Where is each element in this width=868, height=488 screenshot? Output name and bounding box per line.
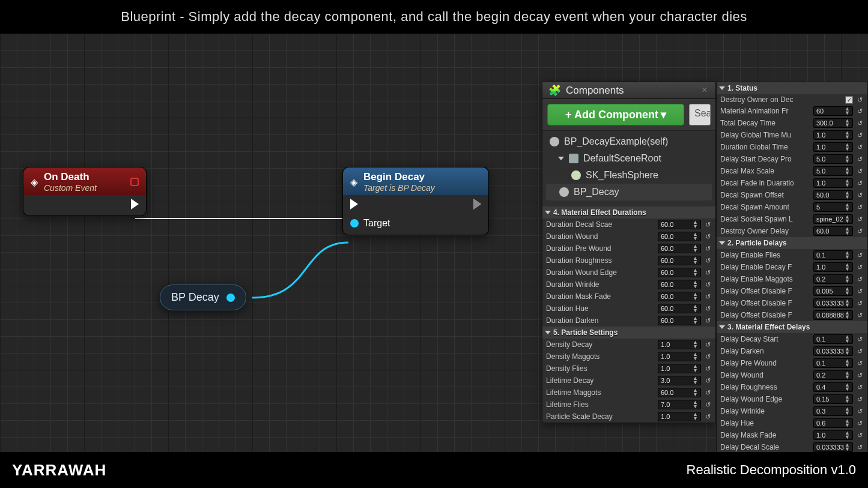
component-item[interactable]: SK_FleshSphere: [546, 167, 712, 184]
number-field[interactable]: 5▲▼: [813, 202, 853, 212]
number-field[interactable]: 7.0▲▼: [658, 400, 701, 409]
component-item[interactable]: BP_DecayExample(self): [546, 133, 712, 150]
reset-icon[interactable]: ↺: [855, 191, 864, 199]
reset-icon[interactable]: ↺: [855, 227, 864, 235]
number-field[interactable]: 60.0▲▼: [658, 220, 701, 229]
number-field[interactable]: 60▲▼: [813, 106, 853, 116]
number-field[interactable]: 1.0▲▼: [813, 142, 853, 152]
number-field[interactable]: 1.0▲▼: [813, 262, 853, 272]
number-field[interactable]: 1.0▲▼: [813, 430, 853, 440]
reset-icon[interactable]: ↺: [855, 131, 864, 139]
reset-icon[interactable]: ↺: [855, 407, 864, 415]
number-field[interactable]: 60.0▲▼: [658, 244, 701, 253]
expand-icon[interactable]: [558, 157, 564, 160]
reset-icon[interactable]: ↺: [855, 395, 864, 403]
spinner-icon[interactable]: ▲▼: [693, 316, 698, 325]
number-field[interactable]: 0.033333▲▼: [813, 298, 853, 308]
reset-icon[interactable]: ↺: [855, 215, 864, 223]
expand-icon[interactable]: [545, 331, 551, 334]
spinner-icon[interactable]: ▲▼: [693, 244, 698, 253]
node-variable-bp-decay[interactable]: BP Decay: [160, 285, 246, 310]
number-field[interactable]: 60.0▲▼: [658, 304, 701, 313]
reset-icon[interactable]: ↺: [703, 316, 712, 325]
reset-icon[interactable]: ↺: [703, 304, 712, 313]
spinner-icon[interactable]: ▲▼: [693, 412, 698, 421]
spinner-icon[interactable]: ▲▼: [845, 179, 850, 187]
search-input[interactable]: Sea: [689, 104, 711, 125]
exec-out-pin[interactable]: [131, 199, 139, 209]
spinner-icon[interactable]: ▲▼: [693, 340, 698, 349]
reset-icon[interactable]: ↺: [703, 256, 712, 265]
spinner-icon[interactable]: ▲▼: [693, 400, 698, 409]
number-field[interactable]: 0.1▲▼: [813, 334, 853, 344]
expand-icon[interactable]: [719, 325, 725, 329]
number-field[interactable]: 60.0▲▼: [658, 232, 701, 241]
reset-icon[interactable]: ↺: [855, 251, 864, 259]
spinner-icon[interactable]: ▲▼: [693, 292, 698, 301]
spinner-icon[interactable]: ▲▼: [845, 227, 850, 235]
spinner-icon[interactable]: ▲▼: [845, 263, 850, 271]
spinner-icon[interactable]: ▲▼: [845, 407, 850, 415]
reset-icon[interactable]: ↺: [855, 371, 864, 379]
spinner-icon[interactable]: ▲▼: [845, 251, 850, 259]
component-item[interactable]: DefaultSceneRoot: [546, 150, 712, 167]
number-field[interactable]: 50.0▲▼: [813, 190, 853, 200]
number-field[interactable]: 0.2▲▼: [813, 274, 853, 284]
category-header[interactable]: 2. Particle Delays: [717, 237, 867, 249]
spinner-icon[interactable]: ▲▼: [693, 220, 698, 229]
expand-icon[interactable]: [719, 241, 725, 245]
reset-icon[interactable]: ↺: [703, 292, 712, 301]
close-icon[interactable]: ×: [700, 86, 709, 95]
node-begin-decay[interactable]: ◈ Begin Decay Target is BP Decay Target: [342, 167, 489, 235]
reset-icon[interactable]: ↺: [703, 376, 712, 385]
reset-icon[interactable]: ↺: [855, 263, 864, 271]
number-field[interactable]: 3.0▲▼: [658, 376, 701, 385]
reset-icon[interactable]: ↺: [703, 280, 712, 289]
number-field[interactable]: 60.0▲▼: [813, 226, 853, 236]
reset-icon[interactable]: ↺: [855, 335, 864, 343]
number-field[interactable]: 0.033333▲▼: [813, 346, 853, 356]
reset-icon[interactable]: ↺: [855, 155, 864, 163]
spinner-icon[interactable]: ▲▼: [845, 359, 850, 367]
number-field[interactable]: 1.0▲▼: [813, 130, 853, 140]
components-panel[interactable]: 🧩 Components × + Add Component ▾ Sea BP_…: [542, 82, 716, 423]
number-field[interactable]: 0.1▲▼: [813, 358, 853, 368]
spinner-icon[interactable]: ▲▼: [845, 143, 850, 151]
reset-icon[interactable]: ↺: [703, 268, 712, 277]
reset-icon[interactable]: ↺: [855, 275, 864, 283]
reset-icon[interactable]: ↺: [703, 364, 712, 373]
spinner-icon[interactable]: ▲▼: [693, 280, 698, 289]
number-field[interactable]: 0.15▲▼: [813, 394, 853, 404]
category-header[interactable]: 4. Material Effect Durations: [542, 206, 715, 218]
component-item[interactable]: BP_Decay: [546, 184, 712, 200]
number-field[interactable]: 60.0▲▼: [658, 280, 701, 289]
category-header[interactable]: 1. Status: [717, 82, 867, 94]
number-field[interactable]: 5.0▲▼: [813, 154, 853, 164]
reset-icon[interactable]: ↺: [703, 412, 712, 421]
spinner-icon[interactable]: ▲▼: [693, 304, 698, 313]
spinner-icon[interactable]: ▲▼: [845, 107, 850, 115]
spinner-icon[interactable]: ▲▼: [845, 287, 850, 295]
target-pin[interactable]: Target: [350, 218, 390, 229]
number-field[interactable]: spine_02▲▼: [813, 214, 853, 224]
category-header[interactable]: 5. Particle Settings: [542, 327, 715, 339]
spinner-icon[interactable]: ▲▼: [693, 256, 698, 265]
number-field[interactable]: 1.0▲▼: [658, 364, 701, 373]
reset-icon[interactable]: ↺: [855, 119, 864, 127]
spinner-icon[interactable]: ▲▼: [845, 419, 850, 427]
reset-icon[interactable]: ↺: [855, 311, 864, 319]
reset-icon[interactable]: ↺: [703, 388, 712, 397]
reset-icon[interactable]: ↺: [855, 299, 864, 307]
exec-in-pin[interactable]: [350, 199, 390, 209]
spinner-icon[interactable]: ▲▼: [845, 203, 850, 211]
number-field[interactable]: 0.033333▲▼: [813, 442, 853, 452]
number-field[interactable]: 0.1▲▼: [813, 250, 853, 260]
number-field[interactable]: 0.088888▲▼: [813, 310, 853, 320]
details-panel-right[interactable]: 1. StatusDestroy Owner on Dec✓↺Material …: [716, 82, 868, 452]
spinner-icon[interactable]: ▲▼: [845, 191, 850, 199]
spinner-icon[interactable]: ▲▼: [845, 383, 850, 391]
number-field[interactable]: 0.005▲▼: [813, 286, 853, 296]
reset-icon[interactable]: ↺: [855, 347, 864, 355]
number-field[interactable]: 5.0▲▼: [813, 166, 853, 176]
category-header[interactable]: 3. Material Effect Delays: [717, 321, 867, 333]
